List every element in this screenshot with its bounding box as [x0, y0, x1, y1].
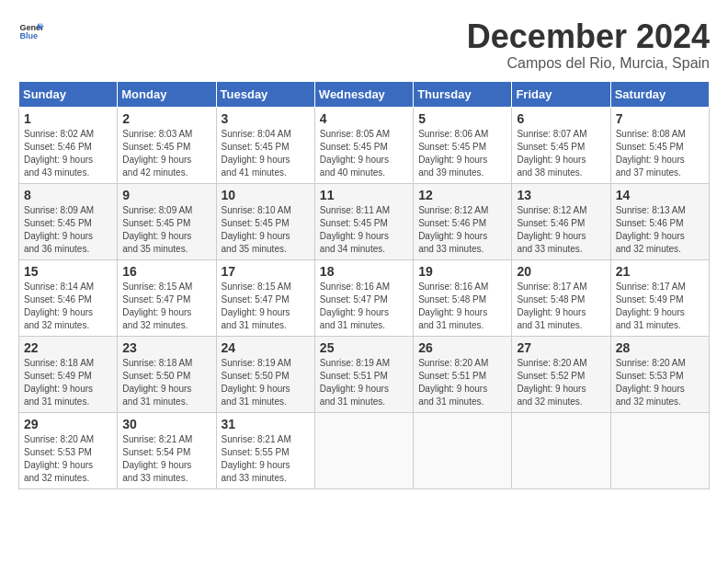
calendar-day: 28Sunrise: 8:20 AMSunset: 5:53 PMDayligh… [610, 336, 709, 412]
calendar-day: 22Sunrise: 8:18 AMSunset: 5:49 PMDayligh… [19, 336, 118, 412]
day-info: Sunrise: 8:21 AMSunset: 5:54 PMDaylight:… [122, 434, 192, 483]
calendar-day: 11Sunrise: 8:11 AMSunset: 5:45 PMDayligh… [314, 183, 413, 259]
day-info: Sunrise: 8:15 AMSunset: 5:47 PMDaylight:… [122, 282, 192, 330]
logo: General Blue [18, 18, 44, 44]
calendar-day: 9Sunrise: 8:09 AMSunset: 5:45 PMDaylight… [118, 183, 216, 259]
day-number: 25 [320, 340, 408, 355]
col-header-thursday: Thursday [414, 81, 512, 107]
col-header-tuesday: Tuesday [216, 81, 314, 107]
calendar-day: 19Sunrise: 8:16 AMSunset: 5:48 PMDayligh… [414, 259, 512, 336]
week-row: 8Sunrise: 8:09 AMSunset: 5:45 PMDaylight… [19, 183, 710, 259]
day-number: 15 [24, 264, 112, 279]
day-number: 29 [24, 417, 112, 431]
calendar-day: 15Sunrise: 8:14 AMSunset: 5:46 PMDayligh… [19, 259, 118, 336]
day-number: 22 [24, 340, 112, 355]
calendar-day: 4Sunrise: 8:05 AMSunset: 5:45 PMDaylight… [314, 107, 413, 183]
calendar-day: 29Sunrise: 8:20 AMSunset: 5:53 PMDayligh… [19, 412, 118, 488]
day-info: Sunrise: 8:20 AMSunset: 5:53 PMDaylight:… [24, 434, 94, 483]
calendar-day [610, 412, 709, 488]
day-info: Sunrise: 8:05 AMSunset: 5:45 PMDaylight:… [320, 129, 390, 178]
day-info: Sunrise: 8:20 AMSunset: 5:51 PMDaylight:… [418, 358, 488, 407]
day-info: Sunrise: 8:17 AMSunset: 5:49 PMDaylight:… [616, 282, 686, 330]
day-info: Sunrise: 8:13 AMSunset: 5:46 PMDaylight:… [616, 205, 686, 254]
day-info: Sunrise: 8:20 AMSunset: 5:52 PMDaylight:… [517, 358, 586, 407]
day-number: 21 [616, 264, 704, 279]
day-info: Sunrise: 8:10 AMSunset: 5:45 PMDaylight:… [222, 205, 291, 254]
calendar-day: 6Sunrise: 8:07 AMSunset: 5:45 PMDaylight… [512, 107, 610, 183]
day-info: Sunrise: 8:12 AMSunset: 5:46 PMDaylight:… [517, 205, 586, 254]
day-info: Sunrise: 8:17 AMSunset: 5:48 PMDaylight:… [517, 282, 586, 330]
calendar-day: 3Sunrise: 8:04 AMSunset: 5:45 PMDaylight… [216, 107, 314, 183]
svg-text:Blue: Blue [19, 31, 38, 40]
subtitle: Campos del Rio, Murcia, Spain [467, 55, 710, 72]
calendar-day: 8Sunrise: 8:09 AMSunset: 5:45 PMDaylight… [19, 183, 118, 259]
day-number: 19 [418, 264, 506, 279]
day-number: 9 [122, 188, 210, 202]
main-title: December 2024 [467, 18, 710, 55]
col-header-saturday: Saturday [610, 81, 709, 107]
day-number: 30 [122, 417, 210, 431]
day-info: Sunrise: 8:16 AMSunset: 5:48 PMDaylight:… [418, 282, 488, 330]
calendar-day: 10Sunrise: 8:10 AMSunset: 5:45 PMDayligh… [216, 183, 314, 259]
day-number: 3 [222, 111, 310, 126]
calendar-day: 26Sunrise: 8:20 AMSunset: 5:51 PMDayligh… [414, 336, 512, 412]
calendar-day [314, 412, 413, 488]
calendar-day: 12Sunrise: 8:12 AMSunset: 5:46 PMDayligh… [414, 183, 512, 259]
day-number: 28 [616, 340, 704, 355]
day-number: 17 [222, 264, 310, 279]
header-row: SundayMondayTuesdayWednesdayThursdayFrid… [19, 81, 710, 107]
calendar-day: 25Sunrise: 8:19 AMSunset: 5:51 PMDayligh… [314, 336, 413, 412]
header: General Blue December 2024 Campos del Ri… [18, 18, 710, 72]
calendar-table: SundayMondayTuesdayWednesdayThursdayFrid… [18, 81, 710, 489]
day-number: 2 [122, 111, 210, 126]
calendar-day: 7Sunrise: 8:08 AMSunset: 5:45 PMDaylight… [610, 107, 709, 183]
day-number: 14 [616, 188, 704, 202]
day-info: Sunrise: 8:18 AMSunset: 5:50 PMDaylight:… [122, 358, 192, 407]
calendar-day: 17Sunrise: 8:15 AMSunset: 5:47 PMDayligh… [216, 259, 314, 336]
day-info: Sunrise: 8:09 AMSunset: 5:45 PMDaylight:… [24, 205, 94, 254]
week-row: 15Sunrise: 8:14 AMSunset: 5:46 PMDayligh… [19, 259, 710, 336]
day-info: Sunrise: 8:11 AMSunset: 5:45 PMDaylight:… [320, 205, 390, 254]
day-number: 12 [418, 188, 506, 202]
day-number: 26 [418, 340, 506, 355]
calendar-day: 2Sunrise: 8:03 AMSunset: 5:45 PMDaylight… [118, 107, 216, 183]
day-info: Sunrise: 8:08 AMSunset: 5:45 PMDaylight:… [616, 129, 686, 178]
day-info: Sunrise: 8:03 AMSunset: 5:45 PMDaylight:… [122, 129, 192, 178]
day-number: 7 [616, 111, 704, 126]
day-info: Sunrise: 8:20 AMSunset: 5:53 PMDaylight:… [616, 358, 686, 407]
calendar-day: 13Sunrise: 8:12 AMSunset: 5:46 PMDayligh… [512, 183, 610, 259]
day-number: 27 [517, 340, 605, 355]
week-row: 29Sunrise: 8:20 AMSunset: 5:53 PMDayligh… [19, 412, 710, 488]
calendar-day: 24Sunrise: 8:19 AMSunset: 5:50 PMDayligh… [216, 336, 314, 412]
col-header-friday: Friday [512, 81, 610, 107]
calendar-day [512, 412, 610, 488]
day-info: Sunrise: 8:16 AMSunset: 5:47 PMDaylight:… [320, 282, 390, 330]
calendar-day: 20Sunrise: 8:17 AMSunset: 5:48 PMDayligh… [512, 259, 610, 336]
day-number: 8 [24, 188, 112, 202]
calendar-day: 5Sunrise: 8:06 AMSunset: 5:45 PMDaylight… [414, 107, 512, 183]
day-number: 11 [320, 188, 408, 202]
day-number: 23 [122, 340, 210, 355]
day-info: Sunrise: 8:02 AMSunset: 5:46 PMDaylight:… [24, 129, 94, 178]
day-info: Sunrise: 8:14 AMSunset: 5:46 PMDaylight:… [24, 282, 94, 330]
day-number: 18 [320, 264, 408, 279]
logo-icon: General Blue [18, 18, 44, 44]
calendar-day: 23Sunrise: 8:18 AMSunset: 5:50 PMDayligh… [118, 336, 216, 412]
day-info: Sunrise: 8:07 AMSunset: 5:45 PMDaylight:… [517, 129, 586, 178]
calendar-day: 1Sunrise: 8:02 AMSunset: 5:46 PMDaylight… [19, 107, 118, 183]
week-row: 22Sunrise: 8:18 AMSunset: 5:49 PMDayligh… [19, 336, 710, 412]
day-info: Sunrise: 8:15 AMSunset: 5:47 PMDaylight:… [222, 282, 291, 330]
day-number: 20 [517, 264, 605, 279]
col-header-wednesday: Wednesday [314, 81, 413, 107]
calendar-day: 16Sunrise: 8:15 AMSunset: 5:47 PMDayligh… [118, 259, 216, 336]
day-number: 24 [222, 340, 310, 355]
day-info: Sunrise: 8:09 AMSunset: 5:45 PMDaylight:… [122, 205, 192, 254]
day-number: 16 [122, 264, 210, 279]
week-row: 1Sunrise: 8:02 AMSunset: 5:46 PMDaylight… [19, 107, 710, 183]
calendar-day: 30Sunrise: 8:21 AMSunset: 5:54 PMDayligh… [118, 412, 216, 488]
calendar-day: 18Sunrise: 8:16 AMSunset: 5:47 PMDayligh… [314, 259, 413, 336]
day-number: 1 [24, 111, 112, 126]
day-info: Sunrise: 8:04 AMSunset: 5:45 PMDaylight:… [222, 129, 291, 178]
day-info: Sunrise: 8:21 AMSunset: 5:55 PMDaylight:… [222, 434, 291, 483]
title-area: December 2024 Campos del Rio, Murcia, Sp… [467, 18, 710, 72]
